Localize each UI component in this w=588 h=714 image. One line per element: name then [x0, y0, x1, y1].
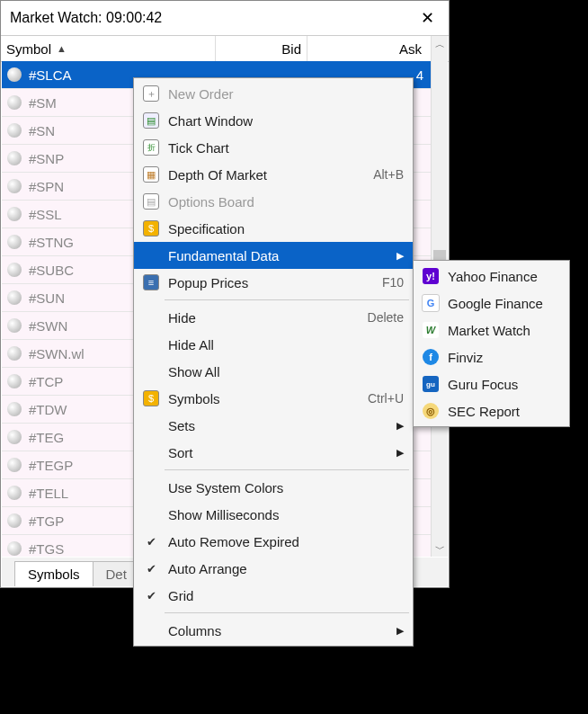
context-menu[interactable]: ＋New Order▤Chart Window折Tick Chart▦Depth…: [133, 77, 414, 647]
status-indicator-icon: [7, 318, 22, 333]
finviz-icon-wrap: f: [419, 349, 442, 365]
submenu-item-label: Market Watch: [442, 323, 560, 338]
column-symbol[interactable]: Symbol ▲: [6, 41, 211, 57]
menu-item-symbols[interactable]: $SymbolsCtrl+U: [134, 385, 413, 412]
menu-item-show-all[interactable]: Show All: [134, 358, 413, 385]
menu-item-tick-chart[interactable]: 折Tick Chart: [134, 134, 413, 161]
menu-item-show-milliseconds[interactable]: Show Milliseconds: [134, 501, 413, 528]
submenu-item-label: Yahoo Finance: [442, 269, 560, 284]
column-ask[interactable]: Ask: [308, 41, 449, 57]
menu-item-columns[interactable]: Columns▶: [134, 617, 413, 644]
symbol-label: #TDW: [29, 402, 67, 417]
symbol-label: #TEG: [29, 430, 64, 445]
submenu-item-label: SEC Report: [442, 404, 560, 419]
menu-item-grid[interactable]: ✔Grid: [134, 582, 413, 609]
ask-partial: 4: [416, 67, 423, 83]
status-indicator-icon: [7, 123, 22, 138]
status-indicator-icon: [7, 207, 22, 221]
menu-item-hide[interactable]: HideDelete: [134, 304, 413, 331]
symbol-label: #STNG: [29, 235, 74, 250]
menu-item-sets[interactable]: Sets▶: [134, 412, 413, 439]
symbol-label: #SM: [29, 95, 57, 111]
submenu-item-label: Guru Focus: [442, 377, 560, 392]
finviz-icon: f: [423, 349, 439, 365]
submenu-arrow-icon: ▶: [393, 250, 404, 262]
sec-icon: ◎: [423, 403, 439, 419]
status-indicator-icon: [7, 263, 22, 277]
status-indicator-icon: [7, 541, 22, 556]
menu-hotkey: F10: [382, 275, 404, 290]
menu-item-label: Popup Prices: [163, 275, 382, 290]
scroll-down-icon[interactable]: ﹀: [432, 540, 448, 557]
menu-item-label: Sort: [163, 445, 393, 460]
symbol-label: #SWN: [29, 318, 67, 334]
submenu-item-guru-focus[interactable]: guGuru Focus: [414, 370, 569, 397]
menu-item-label: Options Board: [163, 194, 404, 210]
menu-item-specification[interactable]: $Specification: [134, 215, 413, 242]
menu-item-label: Symbols: [163, 391, 368, 406]
symbol-label: #TEGP: [29, 458, 73, 473]
titlebar: Market Watch: 09:00:42 ✕: [1, 1, 449, 36]
fundamental-data-submenu[interactable]: y!Yahoo FinanceGGoogle FinanceWMarket Wa…: [413, 260, 570, 427]
menu-hotkey: Delete: [368, 310, 404, 325]
menu-item-auto-arrange[interactable]: ✔Auto Arrange: [134, 555, 413, 582]
submenu-item-google-finance[interactable]: GGoogle Finance: [414, 290, 569, 317]
menu-item-options-board: ▤Options Board: [134, 188, 413, 215]
checkmark-icon: ✔: [139, 535, 163, 549]
menu-item-chart-window[interactable]: ▤Chart Window: [134, 107, 413, 134]
menu-item-fundamental-data[interactable]: Fundamental Data▶: [134, 242, 413, 269]
scroll-up-icon[interactable]: ︿: [432, 36, 448, 52]
sec-icon-wrap: ◎: [419, 403, 442, 419]
status-indicator-icon: [7, 151, 22, 165]
symbols-icon: $: [139, 390, 163, 406]
menu-item-hide-all[interactable]: Hide All: [134, 331, 413, 358]
menu-separator: [165, 299, 409, 300]
menu-item-label: Grid: [163, 588, 404, 603]
menu-item-auto-remove-expired[interactable]: ✔Auto Remove Expired: [134, 528, 413, 555]
status-indicator-icon: [7, 458, 22, 472]
menu-hotkey: Alt+B: [373, 167, 404, 182]
spec-icon: $: [139, 220, 163, 237]
submenu-item-sec-report[interactable]: ◎SEC Report: [414, 397, 569, 424]
chart-icon: ▤: [139, 112, 163, 129]
popup-icon: ≡: [139, 274, 163, 290]
symbol-label: #TELL: [29, 486, 68, 501]
mw-icon: W: [423, 322, 439, 338]
menu-item-popup-prices[interactable]: ≡Popup PricesF10: [134, 269, 413, 296]
menu-item-sort[interactable]: Sort▶: [134, 439, 413, 466]
menu-separator: [165, 612, 409, 613]
menu-item-depth-of-market[interactable]: ▦Depth Of MarketAlt+B: [134, 161, 413, 188]
menu-item-label: Columns: [163, 623, 393, 638]
menu-item-label: Hide: [163, 310, 368, 326]
status-indicator-icon: [7, 235, 22, 249]
column-header: Symbol ▲ Bid Ask: [1, 36, 449, 62]
submenu-arrow-icon: ▶: [393, 447, 404, 459]
menu-item-label: Show Milliseconds: [163, 507, 404, 522]
submenu-item-finviz[interactable]: fFinviz: [414, 344, 569, 370]
menu-item-label: Auto Remove Expired: [163, 534, 404, 549]
status-indicator-icon: [7, 67, 22, 82]
status-indicator-icon: [7, 430, 22, 444]
status-indicator-icon: [7, 179, 22, 193]
close-icon[interactable]: ✕: [414, 8, 440, 28]
column-symbol-label: Symbol: [6, 41, 51, 57]
menu-item-label: Tick Chart: [163, 140, 404, 156]
status-indicator-icon: [7, 346, 22, 361]
status-indicator-icon: [7, 402, 22, 416]
submenu-item-market-watch[interactable]: WMarket Watch: [414, 317, 569, 344]
submenu-item-label: Google Finance: [442, 296, 560, 311]
google-icon: G: [422, 294, 440, 312]
checkmark-icon: ✔: [139, 562, 163, 576]
menu-item-label: Use System Colors: [163, 480, 404, 495]
symbol-label: #SWN.wl: [29, 346, 85, 361]
submenu-arrow-icon: ▶: [393, 420, 404, 432]
symbol-label: #SSL: [29, 207, 62, 222]
status-indicator-icon: [7, 486, 22, 500]
submenu-item-yahoo-finance[interactable]: y!Yahoo Finance: [414, 263, 569, 290]
menu-item-use-system-colors[interactable]: Use System Colors: [134, 474, 413, 501]
tick-icon: 折: [139, 139, 163, 156]
tab-symbols[interactable]: Symbols: [14, 561, 94, 586]
guru-icon-wrap: gu: [419, 376, 442, 392]
status-indicator-icon: [7, 95, 22, 110]
column-bid[interactable]: Bid: [211, 41, 308, 57]
